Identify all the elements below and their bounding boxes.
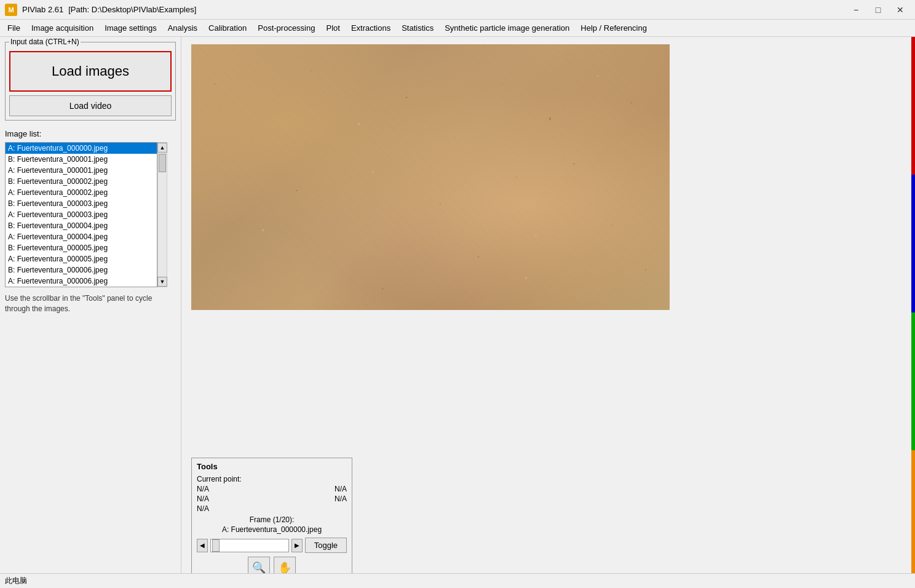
- scroll-up-arrow[interactable]: ▲: [157, 143, 167, 153]
- edge-green: [911, 312, 915, 450]
- left-panel: Input data (CTRL+N) Load images Load vid…: [0, 37, 181, 588]
- status-text: 此电脑: [5, 576, 27, 586]
- maximize-button[interactable]: □: [868, 3, 888, 17]
- tools-title: Tools: [197, 462, 347, 471]
- menu-file[interactable]: File: [2, 22, 25, 34]
- tools-row-3: N/A: [197, 504, 347, 513]
- frame-info: Frame (1/20):: [197, 515, 347, 524]
- scroll-down-arrow[interactable]: ▼: [157, 277, 167, 287]
- frame-slider-row: ◀ ▶ Toggle: [197, 538, 347, 553]
- title-bar-left: M PIVlab 2.61 [Path: D:\Desktop\PIVlab\E…: [5, 4, 196, 16]
- menu-synthetic[interactable]: Synthetic particle image generation: [440, 22, 574, 34]
- frame-slider[interactable]: [210, 539, 289, 552]
- status-bar: 此电脑: [0, 573, 915, 588]
- edge-orange: [911, 450, 915, 588]
- list-item[interactable]: B: Fuerteventura_000005.jpeg: [6, 242, 157, 253]
- minimize-button[interactable]: −: [846, 3, 866, 17]
- sand-canvas: [191, 44, 670, 310]
- list-item[interactable]: A: Fuerteventura_000000.jpeg: [6, 143, 157, 154]
- list-item[interactable]: A: Fuerteventura_000003.jpeg: [6, 209, 157, 220]
- current-point-label: Current point:: [197, 475, 242, 483]
- app-icon: M: [5, 4, 17, 16]
- image-list-label: Image list:: [5, 129, 176, 138]
- input-data-legend: Input data (CTRL+N): [9, 38, 81, 46]
- list-scrollbar[interactable]: ▲ ▼: [157, 142, 167, 287]
- app-name: PIVlab 2.61: [22, 5, 63, 14]
- app-path: [Path: D:\Desktop\PIVlab\Examples]: [68, 5, 196, 14]
- image-list[interactable]: A: Fuerteventura_000000.jpegB: Fuerteven…: [5, 142, 157, 287]
- list-item[interactable]: A: Fuerteventura_000001.jpeg: [6, 165, 157, 176]
- list-item[interactable]: A: Fuerteventura_000002.jpeg: [6, 187, 157, 198]
- input-data-group: Input data (CTRL+N) Load images Load vid…: [5, 42, 176, 121]
- edge-red: [911, 37, 915, 175]
- slider-thumb: [212, 539, 220, 552]
- tools-val-1-2: N/A: [335, 485, 347, 493]
- zoom-icon: 🔍: [252, 561, 266, 574]
- sand-image: [191, 44, 670, 310]
- window-controls: − □ ✕: [846, 3, 910, 17]
- tools-val-2-1: N/A: [197, 495, 209, 503]
- scroll-thumb[interactable]: [159, 154, 166, 172]
- list-item[interactable]: B: Fuerteventura_000002.jpeg: [6, 176, 157, 187]
- main-container: Input data (CTRL+N) Load images Load vid…: [0, 37, 915, 588]
- list-item[interactable]: A: Fuerteventura_000006.jpeg: [6, 276, 157, 287]
- menu-post-processing[interactable]: Post-processing: [253, 22, 320, 34]
- current-point-row: Current point:: [197, 475, 347, 483]
- tools-row-1: N/A N/A: [197, 485, 347, 493]
- slider-next[interactable]: ▶: [291, 539, 303, 552]
- frame-file: A: Fuerteventura_000000.jpeg: [197, 525, 347, 534]
- menu-plot[interactable]: Plot: [321, 22, 344, 34]
- menu-statistics[interactable]: Statistics: [397, 22, 438, 34]
- list-item[interactable]: B: Fuerteventura_000004.jpeg: [6, 220, 157, 231]
- menu-help[interactable]: Help / Referencing: [576, 22, 652, 34]
- load-video-button[interactable]: Load video: [9, 95, 172, 116]
- tools-val-3-1: N/A: [197, 504, 209, 513]
- list-item[interactable]: B: Fuerteventura_000003.jpeg: [6, 198, 157, 209]
- menu-calibration[interactable]: Calibration: [204, 22, 252, 34]
- right-panel: Tools Current point: N/A N/A N/A N/A N/A…: [181, 37, 915, 588]
- list-item[interactable]: B: Fuerteventura_000006.jpeg: [6, 264, 157, 276]
- right-edge-strip: [911, 37, 915, 588]
- toggle-button[interactable]: Toggle: [305, 538, 347, 553]
- tools-panel: Tools Current point: N/A N/A N/A N/A N/A…: [191, 458, 352, 583]
- tools-val-2-2: N/A: [335, 495, 347, 503]
- hand-icon: ✋: [278, 561, 291, 574]
- list-item[interactable]: A: Fuerteventura_000005.jpeg: [6, 253, 157, 264]
- menu-image-settings[interactable]: Image settings: [100, 22, 162, 34]
- close-button[interactable]: ✕: [890, 3, 910, 17]
- edge-blue: [911, 175, 915, 312]
- scroll-track[interactable]: [158, 153, 167, 277]
- menu-image-acquisition[interactable]: Image acquisition: [26, 22, 98, 34]
- menu-bar: File Image acquisition Image settings An…: [0, 20, 915, 37]
- load-images-button[interactable]: Load images: [9, 51, 172, 92]
- list-item[interactable]: A: Fuerteventura_000004.jpeg: [6, 231, 157, 242]
- tools-row-2: N/A N/A: [197, 495, 347, 503]
- title-bar: M PIVlab 2.61 [Path: D:\Desktop\PIVlab\E…: [0, 0, 915, 20]
- image-list-container: A: Fuerteventura_000000.jpegB: Fuerteven…: [5, 142, 176, 287]
- menu-analysis[interactable]: Analysis: [163, 22, 202, 34]
- slider-prev[interactable]: ◀: [197, 539, 208, 552]
- hint-text: Use the scrollbar in the "Tools" panel t…: [5, 293, 176, 314]
- tools-val-1-1: N/A: [197, 485, 209, 493]
- menu-extractions[interactable]: Extractions: [346, 22, 395, 34]
- list-item[interactable]: B: Fuerteventura_000001.jpeg: [6, 154, 157, 165]
